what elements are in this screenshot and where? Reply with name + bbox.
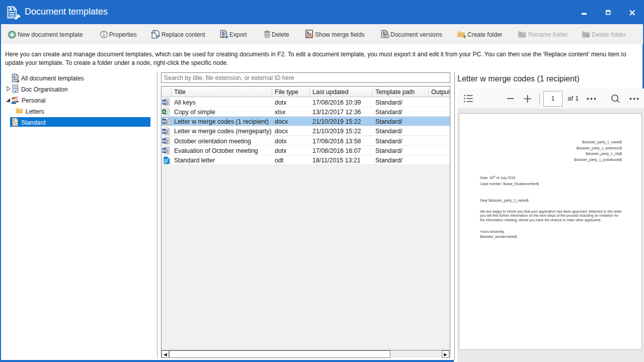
svg-text:W: W (162, 139, 166, 143)
svg-text:W: W (162, 100, 166, 104)
svg-text:W: W (162, 119, 166, 124)
svg-text:X: X (163, 110, 165, 114)
svg-text:W: W (162, 148, 166, 153)
svg-text:W: W (162, 129, 166, 133)
svg-text:$: $ (309, 34, 312, 38)
